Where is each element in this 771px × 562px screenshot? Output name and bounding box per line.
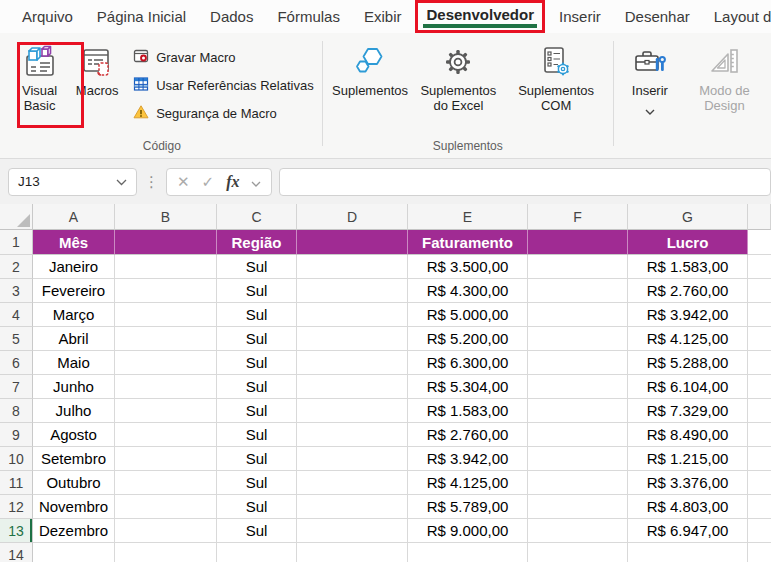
cell-regiao[interactable]: Sul bbox=[217, 495, 297, 519]
cell-mes[interactable]: Janeiro bbox=[33, 255, 115, 279]
cell-mes[interactable]: Novembro bbox=[33, 495, 115, 519]
cell-d[interactable] bbox=[297, 399, 408, 423]
row-header[interactable]: 3 bbox=[0, 279, 33, 303]
cell-faturamento[interactable]: R$ 3.942,00 bbox=[408, 447, 528, 471]
row-header[interactable]: 12 bbox=[0, 495, 33, 519]
cell-h[interactable] bbox=[748, 543, 771, 562]
cell-g1-lucro[interactable]: Lucro bbox=[628, 230, 748, 255]
gravar-macro-button[interactable]: Gravar Macro bbox=[133, 48, 314, 67]
tab-desenhar[interactable]: Desenhar bbox=[613, 0, 702, 33]
insert-function-icon[interactable]: fx bbox=[226, 173, 239, 191]
cell-d[interactable] bbox=[297, 279, 408, 303]
cell-h[interactable] bbox=[748, 255, 771, 279]
cell-mes[interactable]: Outubro bbox=[33, 471, 115, 495]
cell-faturamento[interactable]: R$ 9.000,00 bbox=[408, 519, 528, 543]
cell-faturamento[interactable]: R$ 3.500,00 bbox=[408, 255, 528, 279]
cell-regiao[interactable]: Sul bbox=[217, 303, 297, 327]
cell-f[interactable] bbox=[528, 519, 628, 543]
cell-f[interactable] bbox=[528, 543, 628, 562]
enter-icon[interactable]: ✓ bbox=[202, 173, 215, 191]
cell-d[interactable] bbox=[297, 351, 408, 375]
cell-f[interactable] bbox=[528, 327, 628, 351]
cell-f1[interactable] bbox=[528, 230, 628, 255]
cell-lucro[interactable]: R$ 6.947,00 bbox=[628, 519, 748, 543]
row-header[interactable]: 9 bbox=[0, 423, 33, 447]
tab-desenvolvedor[interactable]: Desenvolvedor bbox=[415, 0, 545, 33]
tab-arquivo[interactable]: Arquivo bbox=[10, 0, 85, 33]
column-header-f[interactable]: F bbox=[528, 204, 628, 230]
cell-d[interactable] bbox=[297, 471, 408, 495]
cell-b[interactable] bbox=[115, 327, 217, 351]
cell-h[interactable] bbox=[748, 351, 771, 375]
cancel-icon[interactable]: ✕ bbox=[177, 173, 190, 191]
cell-b[interactable] bbox=[115, 303, 217, 327]
cell-d[interactable] bbox=[297, 519, 408, 543]
cell-b[interactable] bbox=[115, 279, 217, 303]
row-header[interactable]: 8 bbox=[0, 399, 33, 423]
cell-regiao[interactable]: Sul bbox=[217, 327, 297, 351]
cell-b[interactable] bbox=[115, 423, 217, 447]
cell-faturamento[interactable]: R$ 2.760,00 bbox=[408, 423, 528, 447]
cell-f[interactable] bbox=[528, 279, 628, 303]
cell-mes[interactable] bbox=[33, 543, 115, 562]
cell-f[interactable] bbox=[528, 423, 628, 447]
row-header-1[interactable]: 1 bbox=[0, 230, 33, 255]
cell-b[interactable] bbox=[115, 519, 217, 543]
cell-mes[interactable]: Dezembro bbox=[33, 519, 115, 543]
cell-regiao[interactable]: Sul bbox=[217, 399, 297, 423]
cell-h[interactable] bbox=[748, 447, 771, 471]
usar-referencias-relativas-button[interactable]: Usar Referências Relativas bbox=[133, 76, 314, 95]
row-header[interactable]: 6 bbox=[0, 351, 33, 375]
cell-mes[interactable]: Maio bbox=[33, 351, 115, 375]
cell-mes[interactable]: Fevereiro bbox=[33, 279, 115, 303]
tab-dados[interactable]: Dados bbox=[198, 0, 265, 33]
cell-faturamento[interactable]: R$ 4.125,00 bbox=[408, 471, 528, 495]
cell-lucro[interactable]: R$ 1.215,00 bbox=[628, 447, 748, 471]
cell-mes[interactable]: Setembro bbox=[33, 447, 115, 471]
cell-h1[interactable] bbox=[748, 230, 771, 255]
cell-d1[interactable] bbox=[297, 230, 408, 255]
cell-h[interactable] bbox=[748, 327, 771, 351]
cell-f[interactable] bbox=[528, 375, 628, 399]
cell-d[interactable] bbox=[297, 327, 408, 351]
cell-lucro[interactable]: R$ 5.288,00 bbox=[628, 351, 748, 375]
cell-faturamento[interactable] bbox=[408, 543, 528, 562]
cell-h[interactable] bbox=[748, 279, 771, 303]
cell-h[interactable] bbox=[748, 423, 771, 447]
row-header[interactable]: 4 bbox=[0, 303, 33, 327]
name-box[interactable]: J13 bbox=[8, 168, 137, 196]
tab-inserir[interactable]: Inserir bbox=[547, 0, 613, 33]
cell-faturamento[interactable]: R$ 5.000,00 bbox=[408, 303, 528, 327]
inserir-controles-button[interactable]: Inserir bbox=[622, 37, 678, 121]
formula-bar-drag-handle[interactable]: ⋮ bbox=[144, 173, 159, 191]
cell-d[interactable] bbox=[297, 495, 408, 519]
cell-f[interactable] bbox=[528, 351, 628, 375]
cell-faturamento[interactable]: R$ 1.583,00 bbox=[408, 399, 528, 423]
column-header-g[interactable]: G bbox=[628, 204, 748, 230]
tab-layout[interactable]: Layout da Página bbox=[702, 0, 771, 33]
cell-b[interactable] bbox=[115, 255, 217, 279]
column-header-a[interactable]: A bbox=[33, 204, 115, 230]
cell-h[interactable] bbox=[748, 519, 771, 543]
tab-exibir[interactable]: Exibir bbox=[352, 0, 414, 33]
cell-b[interactable] bbox=[115, 375, 217, 399]
row-header[interactable]: 10 bbox=[0, 447, 33, 471]
cell-d[interactable] bbox=[297, 375, 408, 399]
cell-faturamento[interactable]: R$ 4.300,00 bbox=[408, 279, 528, 303]
cell-regiao[interactable] bbox=[217, 543, 297, 562]
cell-regiao[interactable]: Sul bbox=[217, 351, 297, 375]
formula-input[interactable] bbox=[279, 168, 771, 196]
column-header-c[interactable]: C bbox=[217, 204, 297, 230]
cell-lucro[interactable]: R$ 4.125,00 bbox=[628, 327, 748, 351]
suplementos-excel-button[interactable]: Suplementos do Excel bbox=[410, 37, 508, 115]
cell-faturamento[interactable]: R$ 5.200,00 bbox=[408, 327, 528, 351]
column-header-e[interactable]: E bbox=[408, 204, 528, 230]
cell-faturamento[interactable]: R$ 5.304,00 bbox=[408, 375, 528, 399]
fx-chevron-icon[interactable] bbox=[251, 173, 261, 191]
tab-formulas[interactable]: Fórmulas bbox=[265, 0, 352, 33]
cell-d[interactable] bbox=[297, 255, 408, 279]
cell-regiao[interactable]: Sul bbox=[217, 519, 297, 543]
cell-mes[interactable]: Março bbox=[33, 303, 115, 327]
cell-mes[interactable]: Agosto bbox=[33, 423, 115, 447]
column-header-partial[interactable] bbox=[748, 204, 771, 230]
